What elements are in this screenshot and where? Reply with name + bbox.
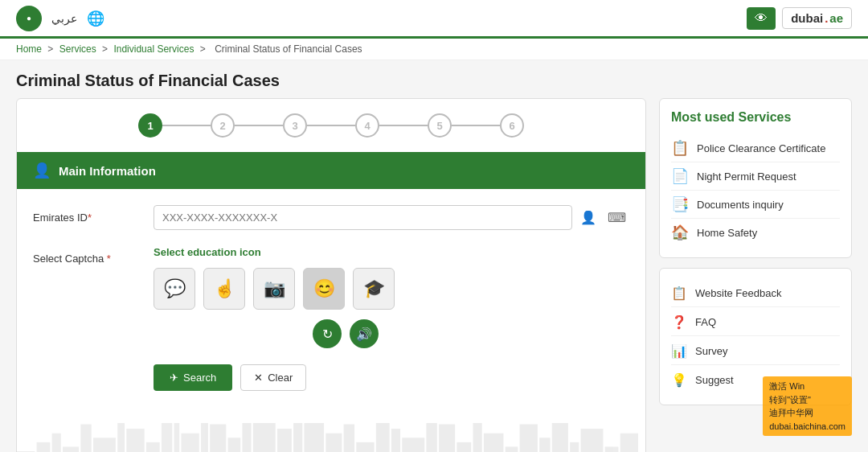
breadcrumb-home[interactable]: Home	[16, 43, 42, 55]
emirates-id-input[interactable]	[154, 205, 572, 230]
documents-inquiry-label: Documents inquiry	[697, 199, 784, 211]
person-lookup-button[interactable]: 👤	[577, 207, 600, 228]
step-3[interactable]: 3	[283, 113, 307, 138]
faq-icon: ❓	[671, 314, 687, 330]
stepper: 1 2 3 4 5 6	[17, 99, 645, 152]
breadcrumb-individual[interactable]: Individual Services	[113, 43, 194, 55]
step-1[interactable]: 1	[138, 113, 162, 138]
header: ● عربي 🌐 👁 dubai.ae	[0, 0, 868, 39]
svg-rect-18	[293, 423, 302, 452]
keyboard-button[interactable]: ⌨	[604, 207, 629, 228]
suggest-label: Suggest	[695, 374, 734, 386]
svg-rect-35	[570, 442, 579, 452]
svg-rect-13	[210, 425, 226, 452]
captcha-icons: 💬 ☝ 📷 😊 🎓	[154, 268, 629, 310]
svg-rect-17	[277, 429, 292, 452]
home-safety-label: Home Safety	[697, 227, 757, 239]
dubai-logo: dubai.ae	[782, 7, 852, 29]
dubai-ae-text: ae	[829, 11, 843, 25]
svg-rect-16	[253, 423, 276, 452]
faq-label: FAQ	[695, 316, 716, 328]
step-2[interactable]: 2	[211, 113, 235, 138]
captcha-audio-button[interactable]: 🔊	[350, 319, 379, 348]
link-survey[interactable]: 📊 Survey	[671, 338, 840, 365]
most-used-card: Most used Services 📋 Police Clearance Ce…	[659, 98, 852, 258]
step-line-5	[452, 125, 500, 126]
step-4[interactable]: 4	[355, 113, 379, 138]
svg-rect-5	[93, 438, 116, 452]
search-label: Search	[183, 372, 216, 384]
form-body: Emirates ID* 👤 ⌨ Select Captcha * Select…	[17, 189, 645, 415]
svg-rect-25	[402, 438, 424, 452]
clear-label: Clear	[268, 372, 293, 384]
svg-rect-14	[228, 438, 241, 452]
person-icon: 👤	[33, 162, 51, 179]
svg-rect-3	[63, 447, 79, 452]
windows-watermark: 激活 Win 转到"设置" 迪拜中华网 dubai.baichina.com	[763, 376, 852, 436]
svg-rect-15	[242, 423, 251, 452]
dubai-text: dubai	[791, 11, 823, 25]
header-left: ● عربي 🌐	[16, 6, 104, 31]
survey-label: Survey	[695, 345, 727, 357]
service-police-clearance[interactable]: 📋 Police Clearance Certificate	[671, 134, 840, 162]
survey-icon: 📊	[671, 343, 687, 359]
step-circle-5: 5	[428, 113, 452, 138]
police-clearance-label: Police Clearance Certificate	[697, 142, 825, 154]
captcha-instruction-text: Select	[154, 246, 184, 258]
watermark-line4: dubai.baichina.com	[769, 420, 845, 434]
svg-rect-33	[539, 438, 550, 452]
captcha-refresh-button[interactable]: ↻	[313, 319, 342, 348]
service-documents-inquiry[interactable]: 📑 Documents inquiry	[671, 191, 840, 219]
breadcrumb-sep2: >	[102, 43, 110, 55]
step-5[interactable]: 5	[428, 113, 452, 138]
arabic-label[interactable]: عربي	[51, 12, 77, 25]
captcha-content: Select education icon 💬 ☝ 📷 😊 🎓 ↻ 🔊	[154, 246, 629, 348]
step-6[interactable]: 6	[500, 113, 524, 138]
link-faq[interactable]: ❓ FAQ	[671, 309, 840, 336]
svg-rect-31	[506, 447, 518, 452]
breadcrumb-sep1: >	[47, 43, 55, 55]
night-permit-icon: 📄	[671, 167, 689, 185]
step-circle-3: 3	[283, 113, 307, 138]
form-card: 1 2 3 4 5 6 👤 Main	[16, 98, 646, 452]
most-used-title: Most used Services	[671, 110, 840, 125]
svg-rect-36	[581, 429, 604, 452]
svg-rect-9	[162, 423, 172, 452]
feedback-icon: 📋	[671, 286, 687, 301]
svg-rect-12	[201, 423, 208, 452]
link-website-feedback[interactable]: 📋 Website Feedback	[671, 280, 840, 307]
clear-button[interactable]: ✕ Clear	[240, 364, 306, 391]
night-permit-label: Night Permit Request	[697, 171, 796, 183]
svg-rect-4	[80, 425, 91, 452]
svg-rect-2	[52, 434, 61, 452]
dubai-dot: .	[825, 11, 828, 25]
breadcrumb-services[interactable]: Services	[59, 43, 96, 55]
captcha-chat-button[interactable]: 💬	[154, 268, 195, 310]
step-circle-4: 4	[355, 113, 379, 138]
svg-rect-22	[356, 442, 374, 452]
svg-rect-19	[304, 423, 324, 452]
service-home-safety[interactable]: 🏠 Home Safety	[671, 219, 840, 246]
search-button[interactable]: ✈ Search	[154, 364, 232, 391]
captcha-smiley-button[interactable]: 😊	[303, 268, 345, 310]
action-buttons: ✈ Search ✕ Clear	[154, 364, 629, 399]
clear-icon: ✕	[254, 372, 263, 384]
svg-rect-23	[376, 423, 390, 452]
breadcrumb-sep3: >	[200, 43, 208, 55]
search-icon: ✈	[170, 372, 178, 384]
globe-icon[interactable]: 🌐	[87, 10, 104, 27]
svg-rect-34	[552, 423, 568, 452]
svg-rect-38	[620, 434, 638, 452]
feedback-label: Website Feedback	[695, 287, 781, 299]
service-night-permit[interactable]: 📄 Night Permit Request	[671, 162, 840, 191]
captcha-row: Select Captcha * Select education icon 💬…	[33, 246, 629, 348]
captcha-fingerprint-button[interactable]: ☝	[203, 268, 245, 310]
svg-rect-30	[484, 434, 504, 452]
watermark-line1: 激活 Win	[769, 380, 845, 393]
svg-rect-28	[457, 442, 471, 452]
captcha-graduation-button[interactable]: 🎓	[353, 268, 395, 310]
captcha-camera-button[interactable]: 📷	[253, 268, 295, 310]
emirates-id-label: Emirates ID*	[33, 205, 137, 224]
accessibility-button[interactable]: 👁	[747, 7, 776, 30]
svg-rect-37	[605, 447, 619, 452]
